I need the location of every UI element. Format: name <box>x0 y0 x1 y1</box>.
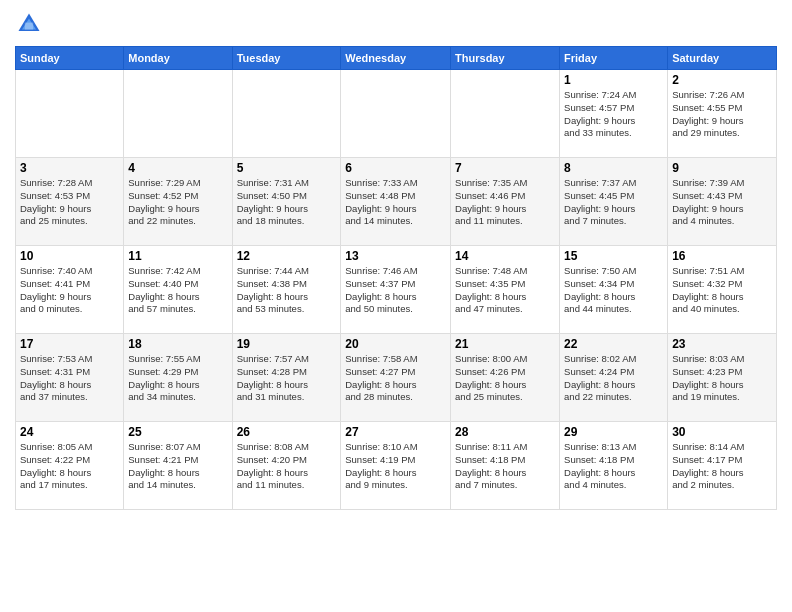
day-info: Sunrise: 7:55 AM Sunset: 4:29 PM Dayligh… <box>128 353 227 404</box>
day-number: 19 <box>237 337 337 351</box>
logo <box>15 10 47 38</box>
calendar-cell: 3Sunrise: 7:28 AM Sunset: 4:53 PM Daylig… <box>16 158 124 246</box>
calendar-week-row: 1Sunrise: 7:24 AM Sunset: 4:57 PM Daylig… <box>16 70 777 158</box>
day-info: Sunrise: 8:02 AM Sunset: 4:24 PM Dayligh… <box>564 353 663 404</box>
calendar-cell: 29Sunrise: 8:13 AM Sunset: 4:18 PM Dayli… <box>560 422 668 510</box>
weekday-header: Thursday <box>451 47 560 70</box>
calendar-cell <box>232 70 341 158</box>
svg-rect-2 <box>25 23 33 30</box>
calendar-cell: 21Sunrise: 8:00 AM Sunset: 4:26 PM Dayli… <box>451 334 560 422</box>
day-number: 27 <box>345 425 446 439</box>
day-number: 24 <box>20 425 119 439</box>
calendar-cell: 20Sunrise: 7:58 AM Sunset: 4:27 PM Dayli… <box>341 334 451 422</box>
calendar-cell: 14Sunrise: 7:48 AM Sunset: 4:35 PM Dayli… <box>451 246 560 334</box>
day-number: 6 <box>345 161 446 175</box>
calendar-cell: 8Sunrise: 7:37 AM Sunset: 4:45 PM Daylig… <box>560 158 668 246</box>
calendar-cell <box>16 70 124 158</box>
calendar-cell: 23Sunrise: 8:03 AM Sunset: 4:23 PM Dayli… <box>668 334 777 422</box>
calendar-cell: 12Sunrise: 7:44 AM Sunset: 4:38 PM Dayli… <box>232 246 341 334</box>
day-number: 15 <box>564 249 663 263</box>
day-info: Sunrise: 8:11 AM Sunset: 4:18 PM Dayligh… <box>455 441 555 492</box>
day-info: Sunrise: 7:29 AM Sunset: 4:52 PM Dayligh… <box>128 177 227 228</box>
day-info: Sunrise: 7:35 AM Sunset: 4:46 PM Dayligh… <box>455 177 555 228</box>
day-info: Sunrise: 7:39 AM Sunset: 4:43 PM Dayligh… <box>672 177 772 228</box>
day-info: Sunrise: 7:40 AM Sunset: 4:41 PM Dayligh… <box>20 265 119 316</box>
day-info: Sunrise: 8:13 AM Sunset: 4:18 PM Dayligh… <box>564 441 663 492</box>
calendar-cell: 11Sunrise: 7:42 AM Sunset: 4:40 PM Dayli… <box>124 246 232 334</box>
day-number: 3 <box>20 161 119 175</box>
day-info: Sunrise: 7:50 AM Sunset: 4:34 PM Dayligh… <box>564 265 663 316</box>
calendar-table: SundayMondayTuesdayWednesdayThursdayFrid… <box>15 46 777 510</box>
calendar-week-row: 17Sunrise: 7:53 AM Sunset: 4:31 PM Dayli… <box>16 334 777 422</box>
day-number: 10 <box>20 249 119 263</box>
day-info: Sunrise: 7:48 AM Sunset: 4:35 PM Dayligh… <box>455 265 555 316</box>
day-info: Sunrise: 8:10 AM Sunset: 4:19 PM Dayligh… <box>345 441 446 492</box>
calendar-cell: 26Sunrise: 8:08 AM Sunset: 4:20 PM Dayli… <box>232 422 341 510</box>
day-number: 28 <box>455 425 555 439</box>
weekday-header: Friday <box>560 47 668 70</box>
day-number: 17 <box>20 337 119 351</box>
day-number: 30 <box>672 425 772 439</box>
calendar-cell: 9Sunrise: 7:39 AM Sunset: 4:43 PM Daylig… <box>668 158 777 246</box>
calendar-cell: 24Sunrise: 8:05 AM Sunset: 4:22 PM Dayli… <box>16 422 124 510</box>
day-info: Sunrise: 7:31 AM Sunset: 4:50 PM Dayligh… <box>237 177 337 228</box>
day-number: 5 <box>237 161 337 175</box>
day-number: 2 <box>672 73 772 87</box>
calendar-week-row: 10Sunrise: 7:40 AM Sunset: 4:41 PM Dayli… <box>16 246 777 334</box>
calendar-cell: 22Sunrise: 8:02 AM Sunset: 4:24 PM Dayli… <box>560 334 668 422</box>
calendar-cell <box>341 70 451 158</box>
calendar-cell: 6Sunrise: 7:33 AM Sunset: 4:48 PM Daylig… <box>341 158 451 246</box>
day-number: 20 <box>345 337 446 351</box>
day-number: 23 <box>672 337 772 351</box>
day-info: Sunrise: 7:28 AM Sunset: 4:53 PM Dayligh… <box>20 177 119 228</box>
calendar-cell: 28Sunrise: 8:11 AM Sunset: 4:18 PM Dayli… <box>451 422 560 510</box>
day-info: Sunrise: 7:26 AM Sunset: 4:55 PM Dayligh… <box>672 89 772 140</box>
calendar-cell: 1Sunrise: 7:24 AM Sunset: 4:57 PM Daylig… <box>560 70 668 158</box>
day-info: Sunrise: 7:58 AM Sunset: 4:27 PM Dayligh… <box>345 353 446 404</box>
calendar-cell: 13Sunrise: 7:46 AM Sunset: 4:37 PM Dayli… <box>341 246 451 334</box>
day-info: Sunrise: 7:46 AM Sunset: 4:37 PM Dayligh… <box>345 265 446 316</box>
day-number: 4 <box>128 161 227 175</box>
weekday-header: Saturday <box>668 47 777 70</box>
day-info: Sunrise: 7:24 AM Sunset: 4:57 PM Dayligh… <box>564 89 663 140</box>
day-number: 1 <box>564 73 663 87</box>
weekday-header: Monday <box>124 47 232 70</box>
day-info: Sunrise: 8:14 AM Sunset: 4:17 PM Dayligh… <box>672 441 772 492</box>
day-number: 18 <box>128 337 227 351</box>
calendar-cell: 15Sunrise: 7:50 AM Sunset: 4:34 PM Dayli… <box>560 246 668 334</box>
page: SundayMondayTuesdayWednesdayThursdayFrid… <box>0 0 792 612</box>
day-number: 26 <box>237 425 337 439</box>
day-info: Sunrise: 7:33 AM Sunset: 4:48 PM Dayligh… <box>345 177 446 228</box>
day-number: 9 <box>672 161 772 175</box>
day-info: Sunrise: 8:07 AM Sunset: 4:21 PM Dayligh… <box>128 441 227 492</box>
day-number: 12 <box>237 249 337 263</box>
day-number: 21 <box>455 337 555 351</box>
logo-icon <box>15 10 43 38</box>
day-info: Sunrise: 7:42 AM Sunset: 4:40 PM Dayligh… <box>128 265 227 316</box>
weekday-header: Wednesday <box>341 47 451 70</box>
calendar-cell: 4Sunrise: 7:29 AM Sunset: 4:52 PM Daylig… <box>124 158 232 246</box>
day-number: 14 <box>455 249 555 263</box>
calendar-cell <box>451 70 560 158</box>
day-number: 29 <box>564 425 663 439</box>
day-info: Sunrise: 8:05 AM Sunset: 4:22 PM Dayligh… <box>20 441 119 492</box>
calendar-cell: 30Sunrise: 8:14 AM Sunset: 4:17 PM Dayli… <box>668 422 777 510</box>
calendar-cell: 27Sunrise: 8:10 AM Sunset: 4:19 PM Dayli… <box>341 422 451 510</box>
weekday-header: Tuesday <box>232 47 341 70</box>
calendar-cell: 17Sunrise: 7:53 AM Sunset: 4:31 PM Dayli… <box>16 334 124 422</box>
calendar-cell: 5Sunrise: 7:31 AM Sunset: 4:50 PM Daylig… <box>232 158 341 246</box>
day-info: Sunrise: 7:37 AM Sunset: 4:45 PM Dayligh… <box>564 177 663 228</box>
day-info: Sunrise: 7:51 AM Sunset: 4:32 PM Dayligh… <box>672 265 772 316</box>
calendar-cell: 18Sunrise: 7:55 AM Sunset: 4:29 PM Dayli… <box>124 334 232 422</box>
day-number: 8 <box>564 161 663 175</box>
day-info: Sunrise: 8:08 AM Sunset: 4:20 PM Dayligh… <box>237 441 337 492</box>
day-info: Sunrise: 7:57 AM Sunset: 4:28 PM Dayligh… <box>237 353 337 404</box>
header <box>15 10 777 38</box>
day-info: Sunrise: 7:53 AM Sunset: 4:31 PM Dayligh… <box>20 353 119 404</box>
calendar-cell: 19Sunrise: 7:57 AM Sunset: 4:28 PM Dayli… <box>232 334 341 422</box>
day-number: 13 <box>345 249 446 263</box>
day-info: Sunrise: 8:00 AM Sunset: 4:26 PM Dayligh… <box>455 353 555 404</box>
day-number: 11 <box>128 249 227 263</box>
calendar-cell: 7Sunrise: 7:35 AM Sunset: 4:46 PM Daylig… <box>451 158 560 246</box>
calendar-cell: 16Sunrise: 7:51 AM Sunset: 4:32 PM Dayli… <box>668 246 777 334</box>
